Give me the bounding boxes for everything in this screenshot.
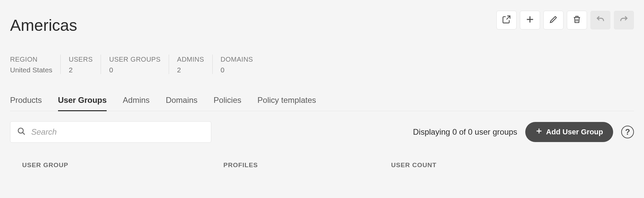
- column-profiles[interactable]: PROFILES: [223, 161, 391, 169]
- undo-button: [590, 11, 610, 29]
- stats-row: REGION United States USERS 2 USER GROUPS…: [10, 55, 634, 74]
- stat-users: USERS 2: [60, 55, 101, 74]
- redo-icon: [619, 15, 629, 25]
- search-icon: [17, 127, 26, 137]
- stat-label: ADMINS: [177, 55, 204, 64]
- add-user-group-label: Add User Group: [546, 128, 603, 136]
- tabs: Products User Groups Admins Domains Poli…: [10, 95, 634, 111]
- tab-admins[interactable]: Admins: [123, 95, 150, 111]
- tab-domains[interactable]: Domains: [166, 95, 198, 111]
- stat-value: 0: [109, 66, 160, 74]
- trash-icon: [572, 15, 582, 25]
- stat-label: DOMAINS: [221, 55, 253, 64]
- add-user-group-button[interactable]: Add User Group: [525, 122, 613, 142]
- redo-button: [614, 11, 634, 29]
- stat-value: 2: [177, 66, 204, 74]
- page-root: Americas: [0, 0, 644, 169]
- help-icon: ?: [625, 127, 630, 137]
- stat-admins: ADMINS 2: [169, 55, 212, 74]
- edit-button[interactable]: [543, 11, 564, 29]
- stat-value: 2: [69, 66, 93, 74]
- stat-value: United States: [10, 66, 52, 74]
- tab-user-groups[interactable]: User Groups: [58, 95, 107, 111]
- stat-value: 0: [221, 66, 253, 74]
- add-button[interactable]: [520, 11, 540, 29]
- column-user-group[interactable]: USER GROUP: [22, 161, 223, 169]
- stat-label: USER GROUPS: [109, 55, 160, 64]
- svg-point-0: [18, 128, 23, 133]
- search-field[interactable]: [10, 121, 211, 143]
- help-button[interactable]: ?: [621, 126, 634, 138]
- filter-row: Displaying 0 of 0 user groups Add User G…: [10, 121, 634, 143]
- stat-region: REGION United States: [10, 55, 60, 74]
- export-button[interactable]: [496, 11, 517, 29]
- plus-icon: [535, 127, 543, 137]
- delete-button[interactable]: [567, 11, 587, 29]
- stat-label: USERS: [69, 55, 93, 64]
- header-row: Americas: [10, 10, 634, 35]
- toolbar: [496, 11, 634, 29]
- page-title: Americas: [10, 16, 77, 35]
- plus-icon: [525, 15, 535, 25]
- pencil-icon: [549, 15, 558, 25]
- column-user-count[interactable]: USER COUNT: [391, 161, 634, 169]
- stat-user-groups: USER GROUPS 0: [101, 55, 168, 74]
- stat-domains: DOMAINS 0: [212, 55, 261, 74]
- export-icon: [502, 15, 511, 25]
- tab-products[interactable]: Products: [10, 95, 42, 111]
- display-count-text: Displaying 0 of 0 user groups: [413, 127, 517, 137]
- search-input[interactable]: [31, 127, 204, 137]
- tab-policies[interactable]: Policies: [214, 95, 241, 111]
- undo-icon: [595, 15, 605, 25]
- tab-policy-templates[interactable]: Policy templates: [258, 95, 316, 111]
- table-header: USER GROUP PROFILES USER COUNT: [10, 161, 634, 169]
- stat-label: REGION: [10, 55, 52, 64]
